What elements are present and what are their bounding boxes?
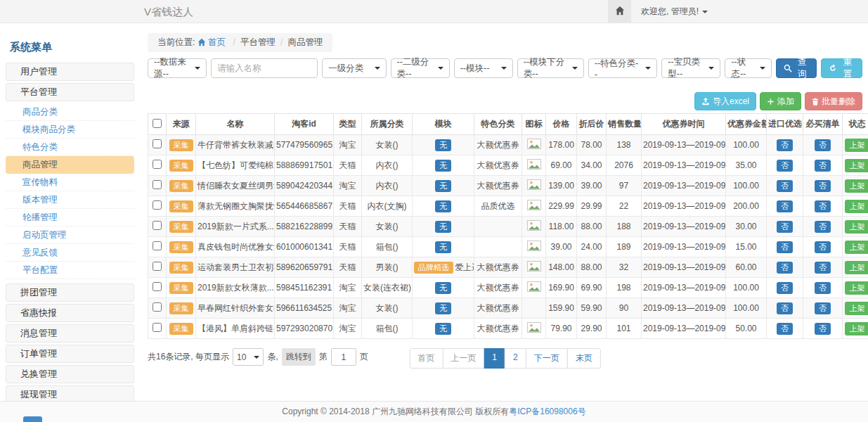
status-badge[interactable]: 上架 (845, 302, 868, 315)
status-badge[interactable]: 上架 (845, 159, 868, 172)
import-select-badge[interactable]: 否 (777, 200, 793, 212)
select-all-checkbox[interactable] (153, 119, 162, 128)
import-select-badge[interactable]: 否 (777, 221, 793, 233)
breadcrumb-home-link[interactable]: 首页 (197, 37, 228, 47)
must-buy-badge[interactable]: 否 (815, 139, 831, 151)
coupon-time-cell: 2019-09-13—2019-09-15 (642, 257, 726, 278)
sidebar-item-message-management[interactable]: 消息管理 (6, 324, 134, 343)
per-page-select[interactable]: 10 (233, 348, 264, 366)
sidebar-item-carousel-management[interactable]: 轮播管理 (6, 209, 134, 226)
search-button[interactable]: 查询 (776, 58, 817, 78)
sidebar-item-exchange-management[interactable]: 兑换管理 (6, 365, 134, 383)
must-buy-badge[interactable]: 否 (815, 221, 831, 233)
must-buy-badge[interactable]: 否 (815, 200, 831, 212)
pager-page-1[interactable]: 1 (484, 348, 505, 369)
status-select[interactable]: --状态-- (725, 58, 771, 78)
import-select-cell: 否 (767, 155, 803, 176)
top-header: V省钱达人 欢迎您, 管理员! (0, 0, 868, 23)
import-select-badge[interactable]: 否 (777, 160, 793, 172)
pager-page-2[interactable]: 2 (505, 348, 526, 369)
coupon-amount-cell: 100.00 (726, 278, 767, 298)
discount-price-cell: 88.00 (577, 257, 607, 278)
must-buy-badge[interactable]: 否 (815, 180, 831, 192)
sidebar-submenu-platform-management: 商品分类模块商品分类特色分类商品管理宣传物料版本管理轮播管理启动页管理意见反馈平… (6, 103, 134, 279)
row-checkbox[interactable] (153, 180, 162, 189)
sidebar-item-group-buy-management[interactable]: 拼团管理 (6, 283, 134, 302)
must-buy-badge[interactable]: 否 (815, 160, 831, 172)
import-select-badge[interactable]: 否 (777, 302, 793, 314)
import-select-badge[interactable]: 否 (777, 241, 793, 253)
sidebar-item-user-management[interactable]: 用户管理 (6, 63, 134, 81)
home-button[interactable] (608, 0, 631, 23)
row-checkbox[interactable] (153, 200, 162, 210)
back-to-top-button[interactable] (23, 416, 42, 422)
pager-last[interactable]: 末页 (567, 348, 601, 369)
sidebar-item-version-management[interactable]: 版本管理 (6, 191, 134, 209)
sidebar-item-feedback[interactable]: 意见反馈 (6, 244, 134, 262)
item-type-select[interactable]: --宝贝类型-- (661, 58, 720, 78)
status-badge[interactable]: 上架 (845, 241, 868, 254)
type-cell: 天猫 (334, 155, 362, 176)
must-buy-badge[interactable]: 否 (815, 302, 831, 314)
icon-cell (522, 217, 546, 237)
icon-cell (522, 155, 546, 176)
status-badge[interactable]: 上架 (845, 322, 868, 335)
level2-category-select[interactable]: --二级分类-- (391, 58, 450, 78)
row-checkbox[interactable] (153, 262, 162, 271)
import-select-badge[interactable]: 否 (777, 139, 793, 151)
import-select-badge[interactable]: 否 (777, 262, 793, 274)
row-checkbox[interactable] (153, 139, 162, 148)
sidebar-item-splash-page-management[interactable]: 启动页管理 (6, 226, 134, 244)
user-menu[interactable]: 欢迎您, 管理员! (641, 6, 708, 18)
status-badge[interactable]: 上架 (845, 220, 868, 234)
import-excel-button[interactable]: 导入excel (694, 92, 756, 110)
sidebar-item-saving-express[interactable]: 省惠快报 (6, 304, 134, 322)
reset-button[interactable]: 重置 (821, 58, 862, 78)
batch-delete-button[interactable]: 批量删除 (805, 92, 862, 110)
add-button[interactable]: 添加 (760, 92, 801, 110)
name-input[interactable] (211, 58, 318, 78)
pager-prev[interactable]: 上一页 (442, 348, 484, 369)
import-select-badge[interactable]: 否 (777, 180, 793, 192)
level1-category-select[interactable]: 一级分类 (322, 58, 386, 78)
jump-page-input[interactable] (331, 348, 356, 366)
must-buy-badge[interactable]: 否 (815, 262, 831, 274)
sidebar-item-goods-category[interactable]: 商品分类 (6, 103, 134, 121)
status-badge[interactable]: 上架 (845, 261, 868, 274)
pager-first[interactable]: 首页 (409, 348, 443, 369)
feature-category-select[interactable]: --特色分类-- (588, 58, 657, 78)
row-checkbox[interactable] (153, 323, 162, 332)
module-sub-category-select[interactable]: --模块下分类-- (517, 58, 584, 78)
sidebar-item-withdraw-management[interactable]: 提现管理 (6, 385, 134, 401)
status-badge[interactable]: 上架 (845, 281, 868, 295)
pager-next[interactable]: 下一页 (526, 348, 568, 369)
import-select-badge[interactable]: 否 (777, 282, 793, 294)
chevron-down-icon (438, 67, 443, 70)
row-checkbox[interactable] (153, 160, 162, 169)
type-cell: 淘宝 (334, 135, 362, 155)
sidebar-item-platform-management[interactable]: 平台管理 (6, 83, 134, 101)
module-select[interactable]: --模块-- (454, 58, 513, 78)
must-buy-badge[interactable]: 否 (815, 241, 831, 253)
sidebar-item-order-management[interactable]: 订单管理 (6, 345, 134, 363)
import-select-badge[interactable]: 否 (777, 323, 793, 335)
status-badge[interactable]: 上架 (845, 200, 868, 213)
must-buy-badge[interactable]: 否 (815, 323, 831, 335)
row-checkbox[interactable] (153, 241, 162, 250)
sidebar-item-promo-materials[interactable]: 宣传物料 (6, 174, 134, 191)
module-cell: 品牌精选爱上运动 (413, 257, 474, 278)
data-source-select[interactable]: --数据来源-- (148, 58, 207, 78)
row-checkbox[interactable] (153, 221, 162, 230)
sidebar-item-goods-management[interactable]: 商品管理 (6, 156, 134, 174)
icp-link[interactable]: 粤ICP备16098006号 (509, 407, 585, 416)
status-badge[interactable]: 上架 (845, 179, 868, 193)
sidebar-item-feature-category[interactable]: 特色分类 (6, 139, 134, 156)
status-badge[interactable]: 上架 (845, 139, 868, 152)
row-checkbox[interactable] (153, 282, 162, 291)
sidebar-item-platform-config[interactable]: 平台配置 (6, 262, 134, 279)
must-buy-badge[interactable]: 否 (815, 282, 831, 294)
sales-cell: 188 (607, 217, 642, 237)
row-checkbox[interactable] (153, 302, 162, 312)
sidebar-item-module-goods-category[interactable]: 模块商品分类 (6, 121, 134, 139)
summary-mid: 条, (267, 351, 278, 363)
